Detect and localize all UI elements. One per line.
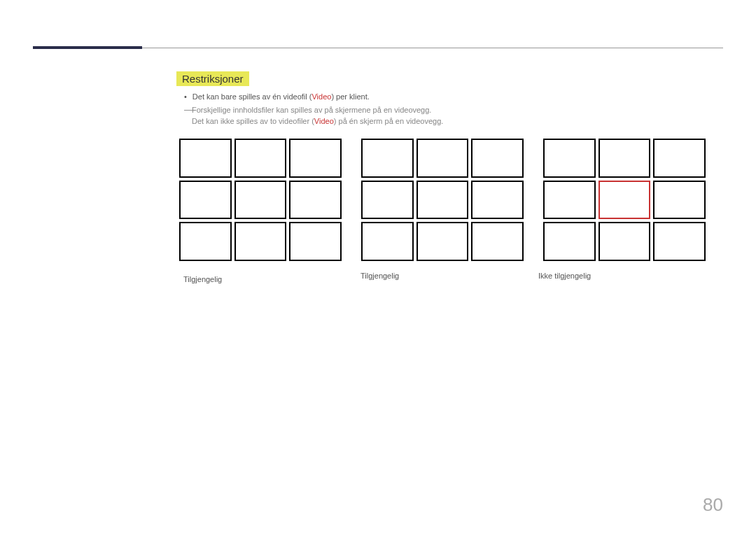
grid-cell [598, 222, 651, 261]
video-highlight-2: Video [314, 117, 334, 125]
grid-cell [179, 222, 232, 261]
grid-cell [179, 181, 232, 220]
grid-cell-highlighted [598, 181, 651, 220]
sub-line-1: Forskjellige innholdsfiler kan spilles a… [192, 106, 431, 114]
grid-cell [416, 139, 469, 178]
grid-1 [179, 139, 342, 261]
grid-label-1: Tilgjengelig [183, 275, 222, 283]
bullet-text: •Det kan bare spilles av én videofil (Vi… [184, 92, 370, 101]
grid-cell [289, 222, 342, 261]
grid-cell [471, 181, 524, 220]
grid-cell [361, 181, 414, 220]
video-highlight: Video [312, 92, 331, 101]
page-number: 80 [703, 494, 723, 516]
grid-2 [361, 139, 524, 261]
grid-cell [543, 139, 596, 178]
grid-cell [179, 139, 232, 178]
bullet-before: Det kan bare spilles av én videofil ( [192, 92, 312, 101]
grid-label-3: Ikke tilgjengelig [538, 272, 591, 280]
grid-cell [653, 181, 706, 220]
grid-cell [471, 139, 524, 178]
grid-cell [234, 139, 287, 178]
grid-cell [543, 222, 596, 261]
grid-cell [471, 222, 524, 261]
grid-cell [598, 139, 651, 178]
grid-cell [361, 222, 414, 261]
grid-cell [416, 181, 469, 220]
grid-cell [234, 222, 287, 261]
grid-cell [543, 181, 596, 220]
bullet-after: ) per klient. [331, 92, 369, 101]
sub-line-2-before: Det kan ikke spilles av to videofiler ( [192, 117, 314, 125]
grid-label-2: Tilgjengelig [360, 272, 399, 280]
grid-cell [361, 139, 414, 178]
grid-cell [653, 222, 706, 261]
section-title: Restriksjoner [176, 71, 249, 86]
grid-cell [234, 181, 287, 220]
grid-cell [653, 139, 706, 178]
grid-cell [289, 139, 342, 178]
header-accent [33, 46, 142, 49]
bullet-dot-icon: • [184, 92, 187, 101]
grid-cell [416, 222, 469, 261]
grid-cell [289, 181, 342, 220]
sub-line-2-after: ) på én skjerm på en videovegg. [334, 117, 444, 125]
grid-container [179, 139, 706, 261]
grid-3 [543, 139, 706, 261]
sub-line-2: Det kan ikke spilles av to videofiler (V… [192, 117, 443, 125]
